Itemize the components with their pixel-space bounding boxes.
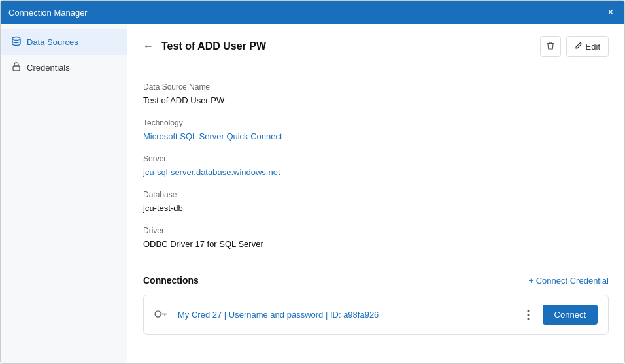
connections-section: Connections + Connect Credential My Cred…	[127, 275, 624, 348]
window-title: Connection Manager	[8, 8, 88, 18]
sidebar-item-credentials[interactable]: Credentials	[1, 55, 127, 80]
edit-label: Edit	[586, 42, 600, 52]
field-driver: Driver ODBC Driver 17 for SQL Server	[143, 226, 609, 250]
svg-point-0	[12, 37, 20, 41]
connections-header: Connections + Connect Credential	[143, 275, 609, 286]
field-database: Database jcu-test-db	[143, 190, 609, 214]
connection-card: My Cred 27 | Username and password | ID:…	[143, 295, 609, 335]
header-right: Edit	[540, 36, 609, 57]
main-layout: Data Sources Credentials ← Test of ADD U…	[1, 24, 624, 363]
connect-button[interactable]: Connect	[543, 305, 598, 325]
edit-icon	[575, 42, 583, 52]
detail-section: Data Source Name Test of ADD User PW Tec…	[127, 69, 624, 275]
field-technology: Technology Microsoft SQL Server Quick Co…	[143, 118, 609, 142]
data-source-name-value: Test of ADD User PW	[143, 94, 609, 107]
driver-label: Driver	[143, 226, 609, 235]
driver-value: ODBC Driver 17 for SQL Server	[143, 238, 609, 250]
sidebar: Data Sources Credentials	[1, 24, 127, 363]
connection-menu-button[interactable]	[523, 310, 533, 320]
svg-point-5	[527, 318, 529, 320]
credentials-icon	[11, 61, 22, 74]
svg-point-4	[527, 314, 529, 316]
back-button[interactable]: ←	[141, 41, 156, 52]
database-value: jcu-test-db	[143, 202, 609, 214]
field-data-source-name: Data Source Name Test of ADD User PW	[143, 82, 609, 107]
data-sources-icon	[11, 36, 22, 48]
delete-button[interactable]	[540, 36, 561, 57]
connect-credential-button[interactable]: + Connect Credential	[529, 276, 609, 286]
connection-manager-window: Connection Manager × Data Sources	[0, 0, 625, 364]
sidebar-item-label-data-sources: Data Sources	[27, 37, 78, 47]
data-source-name-label: Data Source Name	[143, 82, 609, 91]
delete-icon	[546, 41, 555, 52]
close-button[interactable]: ×	[605, 7, 617, 18]
sidebar-item-label-credentials: Credentials	[27, 63, 70, 73]
field-server: Server jcu-sql-server.database.windows.n…	[143, 154, 609, 178]
header-left: ← Test of ADD User PW	[141, 41, 266, 52]
edit-button[interactable]: Edit	[566, 36, 609, 57]
technology-label: Technology	[143, 118, 609, 127]
connection-credential-text: My Cred 27 | Username and password | ID:…	[178, 310, 514, 320]
page-title: Test of ADD User PW	[161, 41, 266, 52]
svg-rect-1	[13, 66, 20, 71]
database-label: Database	[143, 190, 609, 199]
technology-value: Microsoft SQL Server Quick Connect	[143, 130, 609, 142]
content-header: ← Test of ADD User PW	[127, 24, 624, 69]
server-label: Server	[143, 154, 609, 163]
connections-title: Connections	[143, 275, 199, 286]
sidebar-item-data-sources[interactable]: Data Sources	[1, 29, 127, 55]
key-icon	[150, 303, 173, 326]
svg-point-3	[527, 310, 529, 312]
titlebar: Connection Manager ×	[1, 1, 624, 24]
server-value: jcu-sql-server.database.windows.net	[143, 166, 609, 178]
content-area: ← Test of ADD User PW	[127, 24, 624, 363]
